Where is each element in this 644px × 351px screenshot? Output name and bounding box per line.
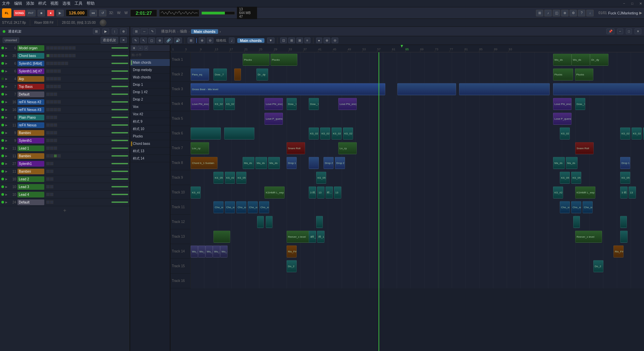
sort-label[interactable]: Unsorted (3, 38, 19, 43)
browser-icon[interactable]: ◫ (553, 10, 560, 16)
pl-block-1e[interactable]: Dr._dy (590, 54, 608, 66)
track-fader-3[interactable] (111, 70, 128, 72)
playlist-pin[interactable]: 📌 (606, 28, 614, 34)
menu-view[interactable]: 视图 (50, 1, 58, 6)
track-name-8[interactable]: reFX Nexus #3 (17, 107, 44, 113)
mixer-track-1[interactable]: ▶ 35 Chord bass (0, 52, 130, 60)
window-minimize[interactable]: − (623, 2, 625, 5)
pl-block-13f[interactable] (620, 231, 628, 243)
window-close[interactable]: ✕ (639, 2, 642, 5)
pl-block-7b[interactable]: Snare Roll (287, 142, 305, 154)
mixer-close[interactable]: ✕ (120, 37, 127, 43)
track-expand-12[interactable]: ▶ (5, 139, 8, 142)
pl-block-6b[interactable] (224, 127, 254, 139)
pl-block-8c[interactable]: Ma_ds (255, 157, 267, 169)
mixer-track-4[interactable]: ▶ 4 Arp (0, 75, 130, 83)
track-name-14[interactable]: Bambini (17, 153, 44, 159)
track-fader-15[interactable] (111, 163, 128, 164)
pl-tool-3[interactable]: ✎ (149, 28, 156, 34)
pl-block-2e[interactable]: Plucks (553, 68, 573, 80)
track-expand-17[interactable]: ▶ (5, 178, 8, 181)
track-name-15[interactable]: Sylenth1 (17, 161, 44, 167)
track-name-12[interactable]: Sylenth1 (17, 138, 44, 143)
track-fader-12[interactable] (111, 140, 128, 141)
track-expand-9[interactable]: ▶ (5, 116, 8, 119)
pl-metronome[interactable]: ♩ (229, 38, 235, 43)
pl-rec-3[interactable]: ⊖ (332, 38, 338, 43)
track-expand-19[interactable]: ▶ (5, 193, 8, 196)
pl-block-5a[interactable]: Love P_quency (264, 113, 283, 125)
pl-block-11f[interactable]: Cho_ss (560, 201, 570, 213)
pl-block-8e[interactable]: Drop 1 (287, 157, 297, 169)
pl-snap[interactable]: ⊞ (188, 38, 194, 43)
playlist-close[interactable]: ✕ (635, 28, 641, 34)
pl-block-9c[interactable]: KS_05 (236, 172, 246, 184)
pl-block-4e[interactable]: Dow._7 (287, 98, 297, 110)
mixer-track-5[interactable]: ▶ 7 Top Bass (0, 83, 130, 91)
track-expand-4[interactable]: ▶ (5, 77, 8, 80)
pattern-item-4[interactable]: Drop 1 #2 (130, 89, 170, 96)
pl-block-3b[interactable] (397, 83, 456, 95)
pl-block-9g[interactable]: KS_05 (620, 172, 630, 184)
pl-block-14g[interactable]: Ris_F# (613, 245, 624, 257)
pl-block-10b[interactable]: KSHMR L_eep 05 (264, 186, 285, 198)
track-expand-20[interactable]: ▶ (5, 201, 8, 204)
track-body-14[interactable]: Wu_ds Wu_ds Wu_ds Wu_ds Wu_ds Ris_F# Ris… (191, 244, 644, 259)
track-name-20[interactable]: Default (17, 199, 44, 205)
master-volume-bar[interactable] (201, 11, 235, 15)
track-expand-3[interactable]: ▶ (5, 70, 8, 73)
track-expand-6[interactable]: ▶ (5, 93, 8, 96)
pl-block-8d[interactable]: Ma_ds (268, 157, 280, 169)
pl-block-15b[interactable]: Do_2 (593, 260, 603, 272)
pl-block-2b[interactable]: Dow._7 (213, 68, 227, 80)
mixer-btn-2[interactable]: ▶ (102, 28, 109, 34)
track-expand-7[interactable]: ▶ (5, 101, 8, 104)
track-name-lead1[interactable]: Lead 1 (17, 145, 44, 151)
pl-block-9e[interactable]: KS_05 (560, 172, 570, 184)
pl-block-10f[interactable]: 13 (334, 186, 341, 198)
track-name-lead4[interactable]: Lead 4 (17, 192, 44, 197)
mixer-track-9[interactable]: ▶ 8 Plain Piano (0, 114, 130, 121)
pl-audio-btn[interactable]: ♪ (144, 46, 148, 50)
pl-block-12e[interactable] (620, 216, 627, 228)
pl-block-11h[interactable]: Cho_ss (583, 201, 593, 213)
track-fader-5[interactable] (111, 86, 128, 87)
pl-block-13a[interactable] (213, 231, 230, 243)
pl-block-6g[interactable]: KS_02 (560, 127, 570, 139)
track-fader-0[interactable] (111, 47, 128, 49)
mixer-track-0[interactable]: ▶ 6 Model organ (0, 44, 130, 52)
track-name-4[interactable]: Arp (17, 76, 44, 82)
pl-block-4a[interactable]: Love Phi_ency (191, 98, 209, 110)
pl-rec-2[interactable]: ⊕ (324, 38, 330, 43)
pl-block-10j[interactable]: 13 (629, 186, 636, 198)
pl-block-8a[interactable]: Chord b_1 Sustain (191, 157, 217, 169)
pl-block-6c[interactable]: KS_02 (309, 127, 319, 139)
pl-block-6a[interactable] (191, 127, 221, 139)
update-icon[interactable]: ↓ (586, 10, 594, 16)
track-fader-17[interactable] (111, 178, 128, 180)
loop-btn[interactable]: ↺ (99, 10, 106, 16)
track-fader-7[interactable] (111, 101, 128, 103)
pad-0[interactable] (46, 46, 50, 50)
pl-block-14e[interactable]: Wu_ds (220, 245, 228, 257)
mixer-track-15[interactable]: ▶ 27 Sylenth1 (0, 160, 130, 168)
pl-block-10d[interactable]: 13 (317, 186, 325, 198)
pl-block-10c[interactable]: 3 样... (309, 186, 316, 198)
pl-block-11a[interactable]: Cho_ss (213, 201, 224, 213)
pl-block-8j[interactable]: Ma_ds (566, 157, 578, 169)
pl-col-2[interactable]: ⊞ (288, 38, 295, 43)
pl-block-2d[interactable]: Dr._dy (256, 68, 268, 80)
pattern-item-7[interactable]: Vox #2 (130, 111, 170, 118)
pl-block-12d[interactable] (573, 216, 580, 228)
track-expand-8[interactable]: ▶ (5, 108, 8, 111)
track-fader-9[interactable] (111, 117, 128, 118)
pl-grid-btn[interactable]: ↔ (138, 46, 143, 50)
track-fader-8[interactable] (111, 109, 128, 110)
add-track-btn[interactable]: + (0, 206, 130, 215)
pl-block-2f[interactable]: Plucks (575, 68, 593, 80)
pl-block-4f[interactable]: Dow._7 (309, 98, 319, 110)
pl-block-10i[interactable]: 3 样... (620, 186, 628, 198)
pl-marker-btn[interactable]: ⊞ (132, 46, 137, 50)
mixer-btn-3[interactable]: ↕ (112, 28, 117, 34)
fx-chain-label[interactable]: 通道机架 (101, 37, 118, 44)
